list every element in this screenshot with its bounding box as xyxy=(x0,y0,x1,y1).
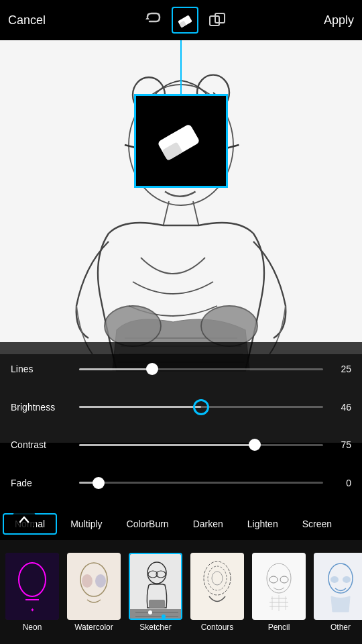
filter-item-other[interactable]: Other xyxy=(311,553,362,632)
eraser-button[interactable] xyxy=(172,7,198,34)
filter-label-other: Other xyxy=(330,623,351,632)
fade-value: 0 xyxy=(331,478,351,488)
brightness-fill xyxy=(79,406,201,408)
lines-fill xyxy=(79,368,152,370)
eraser-tooltip xyxy=(134,40,228,188)
filter-item-neon[interactable]: ✦ Neon xyxy=(3,553,62,632)
center-icons xyxy=(139,7,231,34)
svg-text:✦: ✦ xyxy=(30,607,35,613)
fade-track[interactable] xyxy=(79,482,323,484)
svg-point-58 xyxy=(330,576,339,583)
filter-item-watercolor[interactable]: Watercolor xyxy=(64,553,123,632)
lines-label: Lines xyxy=(11,364,71,374)
contrast-fill xyxy=(79,444,255,446)
blend-tab-screen[interactable]: Screen xyxy=(292,515,343,533)
brightness-thumb[interactable] xyxy=(193,399,209,415)
slider-row-lines: Lines 25 xyxy=(11,364,351,374)
lines-value: 25 xyxy=(331,364,351,374)
filter-label-pencil: Pencil xyxy=(268,623,290,632)
contrast-track[interactable] xyxy=(79,444,323,446)
filter-strip: ✦ Neon Watercolor xyxy=(0,540,362,644)
contrast-value: 75 xyxy=(331,439,351,450)
svg-point-59 xyxy=(343,576,351,583)
svg-rect-37 xyxy=(130,609,182,620)
blend-tab-lighten[interactable]: Lighten xyxy=(237,515,289,533)
contrast-label: Contrast xyxy=(11,439,71,450)
slider-row-fade: Fade 0 xyxy=(11,478,351,488)
top-toolbar: Cancel Apply xyxy=(0,0,362,40)
filter-thumb-contours xyxy=(190,553,244,620)
filter-label-neon: Neon xyxy=(23,623,42,632)
svg-point-31 xyxy=(95,574,106,588)
filter-item-pencil[interactable]: Pencil xyxy=(249,553,308,632)
brightness-track[interactable] xyxy=(79,406,323,408)
svg-rect-36 xyxy=(149,600,165,608)
svg-point-30 xyxy=(82,574,93,588)
lines-track[interactable] xyxy=(79,368,323,370)
svg-point-21 xyxy=(105,306,161,346)
brightness-label: Brightness xyxy=(11,402,71,413)
filter-label-sketcher: Sketcher xyxy=(139,623,171,632)
lines-thumb[interactable] xyxy=(146,363,158,375)
cancel-button[interactable]: Cancel xyxy=(8,13,46,28)
filter-thumb-neon: ✦ xyxy=(5,553,59,620)
filter-thumb-sketcher xyxy=(129,553,182,620)
svg-rect-0 xyxy=(178,15,192,28)
svg-rect-4 xyxy=(157,123,200,161)
svg-rect-42 xyxy=(190,553,244,620)
undo-button[interactable] xyxy=(139,7,166,34)
blend-tab-multiply[interactable]: Multiply xyxy=(60,515,113,533)
brightness-value: 46 xyxy=(331,402,351,413)
fade-label: Fade xyxy=(11,478,71,488)
slider-row-brightness: Brightness 46 xyxy=(11,402,351,413)
blend-tab-darken[interactable]: Darken xyxy=(182,515,234,533)
filter-label-watercolor: Watercolor xyxy=(74,623,113,632)
contrast-thumb[interactable] xyxy=(249,439,261,451)
svg-point-22 xyxy=(201,306,257,346)
scroll-up-button[interactable] xyxy=(12,507,36,531)
filter-thumb-pencil xyxy=(252,553,306,620)
filter-thumb-other xyxy=(314,553,362,620)
filter-label-contours: Contours xyxy=(201,623,234,632)
clone-button[interactable] xyxy=(204,7,231,34)
controls-panel: Lines 25 Brightness 46 Contrast 75 Fade … xyxy=(0,342,362,510)
svg-point-40 xyxy=(148,610,152,614)
blend-tabs: Normal Multiply ColorBurn Darken Lighten… xyxy=(0,508,362,540)
fade-thumb[interactable] xyxy=(93,477,105,489)
tooltip-line xyxy=(180,40,182,94)
filter-item-sketcher[interactable]: Sketcher xyxy=(126,553,185,632)
filter-thumb-watercolor xyxy=(67,553,121,620)
blend-tab-colorburn[interactable]: ColorBurn xyxy=(116,515,180,533)
eraser-zoom-box xyxy=(134,94,228,188)
filter-item-contours[interactable]: Contours xyxy=(188,553,247,632)
svg-point-41 xyxy=(162,614,166,619)
slider-row-contrast: Contrast 75 xyxy=(11,439,351,450)
apply-button[interactable]: Apply xyxy=(324,13,354,28)
